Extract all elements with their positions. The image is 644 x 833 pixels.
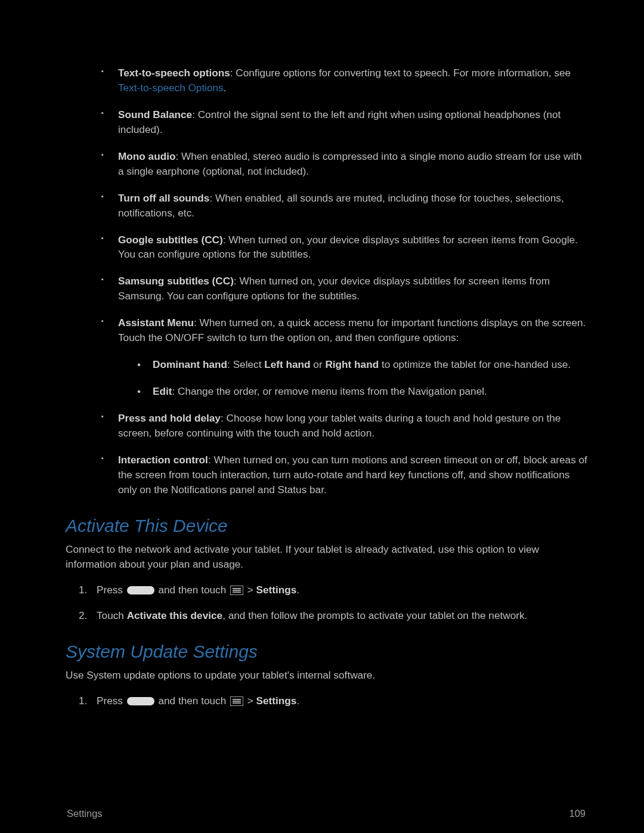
- menu-icon: [230, 696, 243, 706]
- assistant-menu-sublist: Dominant hand: Select Left hand or Right…: [118, 357, 588, 399]
- item-term: Press and hold delay: [118, 412, 221, 424]
- list-item: Press and hold delay: Choose how long yo…: [101, 411, 588, 441]
- list-item: Interaction control: When turned on, you…: [101, 453, 588, 497]
- list-item: Mono audio: When enabled, stereo audio i…: [101, 149, 588, 179]
- item-term: Edit: [153, 385, 172, 397]
- item-text: : Configure options for converting text …: [230, 67, 571, 79]
- item-term: Interaction control: [118, 454, 208, 466]
- home-key-icon: [127, 697, 154, 705]
- item-term: Sound Balance: [118, 109, 192, 120]
- list-item: Edit: Change the order, or remove menu i…: [137, 384, 588, 399]
- list-item: 1. Press and then touch > Settings.: [79, 693, 588, 708]
- item-text: : Change the order, or remove menu items…: [172, 385, 487, 397]
- tts-options-link[interactable]: Text-to-speech Options: [118, 82, 224, 94]
- activate-device-heading: Activate This Device: [66, 513, 588, 539]
- item-term: Mono audio: [118, 150, 175, 162]
- activate-device-intro: Connect to the network and activate your…: [66, 542, 588, 572]
- item-term: Google subtitles (CC): [118, 234, 223, 246]
- system-update-intro: Use System update options to update your…: [66, 668, 588, 683]
- item-term: Samsung subtitles (CC): [118, 275, 234, 287]
- page-number: 109: [569, 807, 586, 821]
- system-update-steps: 1. Press and then touch > Settings.: [66, 693, 588, 708]
- list-item: 2. Touch Activate this device, and then …: [79, 608, 588, 623]
- list-item: 1. Press and then touch > Settings.: [79, 583, 588, 597]
- item-term: Turn off all sounds: [118, 192, 209, 204]
- item-text: : When enabled, stereo audio is compress…: [118, 150, 582, 177]
- list-item: Dominant hand: Select Left hand or Right…: [137, 357, 588, 372]
- page-footer: Settings 109: [67, 807, 586, 821]
- list-item: Google subtitles (CC): When turned on, y…: [101, 233, 588, 262]
- list-item: Assistant Menu: When turned on, a quick …: [101, 315, 588, 399]
- accessibility-options-list: Text-to-speech options: Configure option…: [66, 66, 588, 497]
- list-item: Turn off all sounds: When enabled, all s…: [101, 191, 588, 221]
- list-item: Text-to-speech options: Configure option…: [101, 66, 588, 95]
- item-text-tail: .: [224, 82, 227, 94]
- menu-icon: [230, 586, 243, 595]
- item-term: Text-to-speech options: [118, 67, 230, 79]
- home-key-icon: [127, 586, 154, 594]
- activate-steps: 1. Press and then touch > Settings. 2. T…: [66, 583, 588, 623]
- footer-section-label: Settings: [67, 808, 103, 819]
- list-item: Samsung subtitles (CC): When turned on, …: [101, 274, 588, 304]
- system-update-heading: System Update Settings: [66, 639, 588, 665]
- item-term: Dominant hand: [153, 358, 227, 370]
- list-item: Sound Balance: Control the signal sent t…: [101, 107, 588, 137]
- item-term: Assistant Menu: [118, 317, 194, 329]
